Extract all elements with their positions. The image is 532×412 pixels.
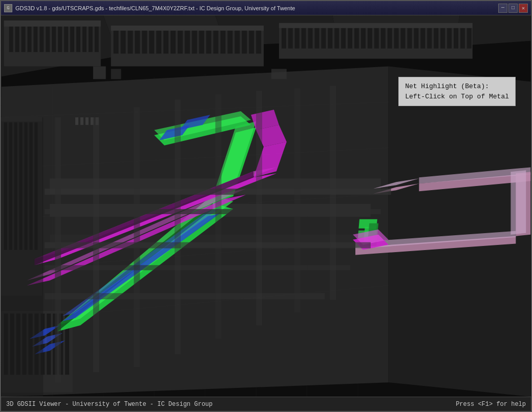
3d-scene bbox=[1, 15, 531, 397]
net-highlight-tooltip: Net Highlight (Beta): Left-Click on Top … bbox=[398, 77, 516, 106]
tooltip-line1: Net Highlight (Beta): bbox=[405, 81, 509, 92]
status-bar: 3D GDSII Viewer - University of Twente -… bbox=[1, 397, 531, 411]
svg-rect-170 bbox=[134, 107, 140, 367]
svg-rect-52 bbox=[308, 28, 313, 49]
svg-rect-26 bbox=[121, 31, 126, 54]
svg-rect-53 bbox=[314, 28, 319, 49]
window-title: GDS3D v1.8 - gds/UTSCRAPS.gds - techfile… bbox=[15, 5, 295, 11]
svg-rect-62 bbox=[374, 28, 379, 49]
svg-rect-160 bbox=[86, 117, 89, 125]
title-bar: G GDS3D v1.8 - gds/UTSCRAPS.gds - techfi… bbox=[1, 1, 531, 15]
tooltip-line2: Left-Click on Top of Metal bbox=[405, 92, 509, 102]
svg-rect-69 bbox=[420, 28, 425, 49]
svg-rect-61 bbox=[368, 28, 372, 49]
svg-rect-16 bbox=[58, 27, 62, 52]
svg-rect-166 bbox=[45, 265, 350, 270]
svg-rect-64 bbox=[388, 28, 392, 49]
svg-marker-157 bbox=[2, 117, 44, 397]
title-bar-left: G GDS3D v1.8 - gds/UTSCRAPS.gds - techfi… bbox=[4, 4, 295, 12]
svg-rect-68 bbox=[414, 28, 418, 49]
svg-rect-55 bbox=[328, 28, 332, 49]
status-right-text: Press <F1> for help bbox=[456, 401, 526, 408]
svg-rect-28 bbox=[135, 31, 140, 54]
svg-rect-50 bbox=[295, 28, 300, 49]
svg-rect-65 bbox=[394, 28, 399, 49]
svg-rect-36 bbox=[192, 31, 197, 54]
svg-rect-17 bbox=[64, 27, 68, 52]
svg-rect-11 bbox=[28, 27, 32, 52]
svg-rect-159 bbox=[80, 117, 83, 125]
minimize-button[interactable]: ─ bbox=[498, 4, 507, 13]
status-left-text: 3D GDSII Viewer - University of Twente -… bbox=[6, 401, 212, 408]
svg-rect-12 bbox=[33, 27, 37, 52]
svg-rect-43 bbox=[242, 31, 247, 54]
app-icon: G bbox=[4, 4, 12, 12]
svg-rect-19 bbox=[76, 27, 80, 52]
svg-rect-175 bbox=[330, 86, 336, 300]
svg-rect-75 bbox=[460, 28, 465, 49]
svg-marker-145 bbox=[510, 170, 526, 234]
svg-rect-66 bbox=[401, 28, 406, 49]
svg-rect-39 bbox=[214, 31, 219, 54]
svg-rect-34 bbox=[178, 31, 183, 54]
svg-rect-156 bbox=[271, 69, 287, 79]
svg-rect-74 bbox=[454, 28, 458, 49]
svg-rect-60 bbox=[361, 28, 366, 49]
svg-rect-8 bbox=[9, 27, 13, 52]
main-window: G GDS3D v1.8 - gds/UTSCRAPS.gds - techfi… bbox=[0, 0, 532, 412]
svg-rect-32 bbox=[163, 31, 168, 54]
3d-viewport[interactable]: Net Highlight (Beta): Left-Click on Top … bbox=[1, 15, 531, 397]
svg-rect-76 bbox=[467, 28, 472, 49]
svg-rect-25 bbox=[114, 31, 119, 54]
window-controls: ─ □ ✕ bbox=[498, 4, 528, 13]
svg-rect-71 bbox=[434, 28, 438, 49]
svg-rect-9 bbox=[15, 27, 19, 52]
svg-rect-155 bbox=[111, 69, 121, 79]
svg-rect-51 bbox=[302, 28, 306, 49]
svg-rect-20 bbox=[82, 27, 87, 52]
svg-rect-168 bbox=[55, 117, 61, 382]
svg-rect-45 bbox=[256, 31, 261, 54]
svg-rect-42 bbox=[235, 31, 240, 54]
svg-rect-13 bbox=[39, 27, 44, 52]
svg-rect-172 bbox=[216, 94, 222, 339]
svg-rect-41 bbox=[227, 31, 232, 54]
svg-rect-72 bbox=[440, 28, 445, 49]
svg-rect-63 bbox=[381, 28, 386, 49]
svg-rect-35 bbox=[185, 31, 190, 54]
svg-rect-40 bbox=[220, 31, 225, 54]
svg-rect-171 bbox=[175, 99, 181, 354]
svg-rect-18 bbox=[70, 27, 74, 52]
svg-rect-21 bbox=[89, 27, 93, 52]
svg-rect-10 bbox=[22, 27, 26, 52]
svg-rect-174 bbox=[294, 88, 301, 313]
svg-rect-54 bbox=[321, 28, 326, 49]
maximize-button[interactable]: □ bbox=[508, 4, 518, 13]
svg-rect-154 bbox=[93, 66, 106, 79]
svg-rect-57 bbox=[341, 28, 346, 49]
svg-rect-38 bbox=[206, 31, 211, 54]
svg-rect-47 bbox=[279, 23, 473, 28]
svg-rect-14 bbox=[46, 27, 50, 52]
svg-rect-29 bbox=[142, 31, 147, 54]
svg-rect-70 bbox=[427, 28, 432, 49]
close-button[interactable]: ✕ bbox=[519, 4, 528, 13]
svg-rect-37 bbox=[199, 31, 204, 54]
svg-rect-73 bbox=[447, 28, 452, 49]
svg-rect-158 bbox=[75, 117, 78, 125]
svg-rect-48 bbox=[282, 28, 286, 49]
svg-rect-27 bbox=[127, 31, 133, 54]
svg-rect-33 bbox=[171, 31, 176, 54]
svg-rect-167 bbox=[45, 293, 325, 299]
svg-rect-56 bbox=[334, 28, 339, 49]
svg-rect-58 bbox=[348, 28, 352, 49]
svg-rect-22 bbox=[95, 27, 99, 52]
svg-rect-44 bbox=[249, 31, 254, 54]
svg-rect-7 bbox=[4, 20, 101, 27]
svg-rect-31 bbox=[156, 31, 161, 54]
svg-rect-67 bbox=[408, 28, 412, 49]
svg-rect-173 bbox=[256, 91, 262, 325]
svg-rect-15 bbox=[52, 27, 56, 52]
svg-rect-59 bbox=[354, 28, 359, 49]
svg-rect-30 bbox=[149, 31, 154, 54]
